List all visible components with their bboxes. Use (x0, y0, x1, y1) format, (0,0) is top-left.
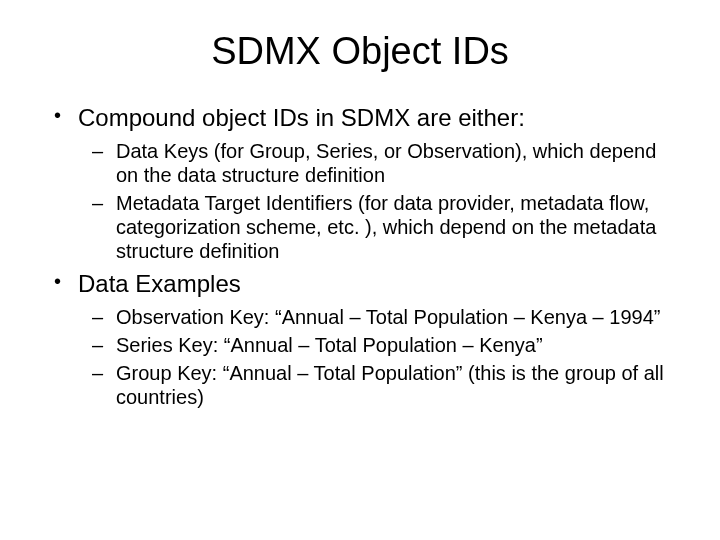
list-item: Group Key: “Annual – Total Population” (… (78, 361, 670, 409)
bullet-text: Metadata Target Identifiers (for data pr… (116, 192, 656, 262)
bullet-text: Compound object IDs in SDMX are either: (78, 104, 525, 131)
bullet-text: Group Key: “Annual – Total Population” (… (116, 362, 664, 408)
sub-bullet-list: Data Keys (for Group, Series, or Observa… (78, 139, 670, 263)
list-item: Data Examples Observation Key: “Annual –… (50, 269, 670, 409)
list-item: Compound object IDs in SDMX are either: … (50, 103, 670, 263)
slide-title: SDMX Object IDs (50, 30, 670, 73)
bullet-text: Observation Key: “Annual – Total Populat… (116, 306, 660, 328)
list-item: Series Key: “Annual – Total Population –… (78, 333, 670, 357)
list-item: Data Keys (for Group, Series, or Observa… (78, 139, 670, 187)
bullet-list: Compound object IDs in SDMX are either: … (50, 103, 670, 409)
list-item: Metadata Target Identifiers (for data pr… (78, 191, 670, 263)
sub-bullet-list: Observation Key: “Annual – Total Populat… (78, 305, 670, 409)
bullet-text: Data Examples (78, 270, 241, 297)
bullet-text: Series Key: “Annual – Total Population –… (116, 334, 543, 356)
list-item: Observation Key: “Annual – Total Populat… (78, 305, 670, 329)
bullet-text: Data Keys (for Group, Series, or Observa… (116, 140, 656, 186)
